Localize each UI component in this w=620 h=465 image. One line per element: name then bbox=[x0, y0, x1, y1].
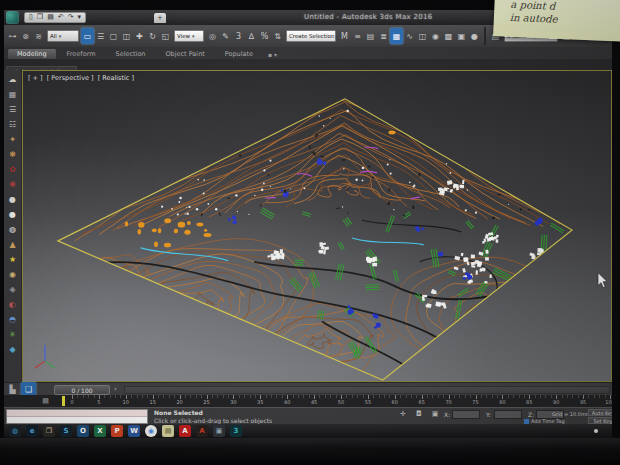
monitor-bezel-bottom bbox=[0, 438, 620, 465]
ribbon-tool-gem-icon[interactable]: ◆ bbox=[7, 344, 19, 356]
ribbon-tool-sphere-icon[interactable]: ● bbox=[7, 209, 19, 221]
ribbon-tool-disc-icon[interactable]: ◉ bbox=[7, 269, 19, 281]
mirror-button[interactable]: M bbox=[338, 28, 351, 44]
render-setup-button[interactable]: ▩ bbox=[442, 28, 455, 44]
taskbar-network-icon[interactable]: ◍ bbox=[9, 425, 21, 437]
render-production-button[interactable]: ● bbox=[468, 28, 481, 44]
viewport[interactable]: [ + ] [ Perspective ] [ Realistic ] bbox=[22, 70, 612, 382]
viewport-menu-general[interactable]: [ + ] bbox=[28, 74, 43, 82]
tab-populate[interactable]: Populate bbox=[216, 49, 262, 59]
taskbar-folder-icon[interactable]: ❐ bbox=[43, 425, 55, 437]
curve-editor-button[interactable]: ∿ bbox=[403, 28, 416, 44]
taskbar-acrobat-icon[interactable]: A bbox=[179, 425, 191, 437]
create-selection-set-dropdown[interactable]: Create Selection Se▾ bbox=[286, 30, 336, 42]
spinner-snap-toggle[interactable]: ⇅ bbox=[271, 28, 284, 44]
ribbon-tool-green-icon[interactable]: ✳ bbox=[7, 329, 19, 341]
taskbar-chrome-icon[interactable]: ◉ bbox=[145, 425, 157, 437]
ribbon-collapsed-panel[interactable]: Polygon Modeling bbox=[4, 59, 612, 70]
workspace-dropdown-icon[interactable]: ▾ bbox=[78, 13, 82, 22]
taskbar-word-icon[interactable]: W bbox=[128, 425, 140, 437]
ribbon-tool-flower-icon[interactable]: ✿ bbox=[7, 164, 19, 176]
y-coord-field[interactable] bbox=[494, 410, 522, 419]
maxscript-mini-listener[interactable] bbox=[6, 409, 148, 424]
tab-freeform[interactable]: Freeform bbox=[58, 49, 105, 59]
ribbon-tool-dome-icon[interactable]: ◓ bbox=[7, 314, 19, 326]
taskbar-notes-icon[interactable]: ▤ bbox=[162, 425, 174, 437]
select-object-button[interactable]: ▭ bbox=[81, 28, 94, 44]
taskbar-powerpoint-icon[interactable]: P bbox=[111, 425, 123, 437]
tab-modeling[interactable]: Modeling bbox=[8, 49, 56, 59]
ribbon-tool-circle-icon[interactable]: ◍ bbox=[7, 224, 19, 236]
time-slider-track[interactable] bbox=[124, 386, 610, 394]
ribbon-toggle-button[interactable]: ▦ bbox=[390, 28, 403, 44]
redo-icon[interactable]: ↷ bbox=[68, 13, 74, 22]
transform-typein-icons[interactable]: ✛ ◘ ▣ bbox=[400, 410, 442, 418]
save-file-icon[interactable]: ▤ bbox=[47, 13, 54, 22]
ribbon-tool-table-icon[interactable]: ☷ bbox=[7, 119, 19, 131]
taskbar-autodesk-icon[interactable]: A bbox=[196, 425, 208, 437]
next-frame-arrow-icon[interactable]: › bbox=[114, 385, 117, 393]
ribbon-tool-anchor-icon[interactable]: ✱ bbox=[7, 149, 19, 161]
taskbar-photos-icon[interactable]: ▣ bbox=[213, 425, 225, 437]
ribbon-tool-cone-icon[interactable]: ▲ bbox=[7, 239, 19, 251]
ribbon-tool-star-icon[interactable]: ★ bbox=[7, 254, 19, 266]
taskbar-excel-icon[interactable]: X bbox=[94, 425, 106, 437]
schematic-view-button[interactable]: ◫ bbox=[416, 28, 429, 44]
x-coord-field[interactable] bbox=[452, 410, 480, 419]
quick-access-extension[interactable]: + bbox=[154, 13, 166, 23]
tab-selection[interactable]: Selection bbox=[107, 49, 155, 59]
select-and-manipulate-button[interactable]: ✎ bbox=[219, 28, 232, 44]
listener-macro-row[interactable] bbox=[7, 410, 147, 417]
ribbon-tool-cloud-icon[interactable]: ☁ bbox=[7, 74, 19, 86]
use-pivot-center-button[interactable]: ◎ bbox=[206, 28, 219, 44]
selection-region-button[interactable]: ▢ bbox=[107, 28, 120, 44]
auto-key-button[interactable]: Auto Key bbox=[588, 409, 612, 416]
ribbon-tool-scatter-icon[interactable]: ❋ bbox=[7, 179, 19, 191]
select-and-rotate-button[interactable]: ↻ bbox=[146, 28, 159, 44]
mini-listener-icon[interactable]: ▤ bbox=[40, 396, 51, 406]
align-button[interactable]: ≡ bbox=[351, 28, 364, 44]
viewport-menu-pov[interactable]: [ Perspective ] bbox=[47, 74, 94, 82]
selection-filter-dropdown[interactable]: All▾ bbox=[47, 30, 79, 42]
trackbar-ruler[interactable]: 0510152025303540455055606570758085909510… bbox=[72, 395, 610, 407]
select-and-move-button[interactable]: ✚ bbox=[133, 28, 146, 44]
material-editor-button[interactable]: ◉ bbox=[429, 28, 442, 44]
viewport-menu-shading[interactable]: [ Realistic ] bbox=[98, 74, 134, 82]
snaps-toggle[interactable]: 3 bbox=[232, 28, 245, 44]
current-frame-marker[interactable] bbox=[62, 396, 65, 406]
angle-snap-toggle[interactable]: ∆ bbox=[245, 28, 258, 44]
ribbon-menu-icon[interactable]: ▪ ▾ bbox=[264, 50, 281, 59]
rendered-frame-button[interactable]: ▣ bbox=[455, 28, 468, 44]
ribbon-tool-list-icon[interactable]: ☰ bbox=[7, 104, 19, 116]
taskbar-skype-icon[interactable]: S bbox=[60, 425, 72, 437]
open-file-icon[interactable]: ❒ bbox=[37, 13, 43, 22]
new-scene-icon[interactable]: ▯ bbox=[29, 13, 33, 22]
ribbon-tool-blob-icon[interactable]: ● bbox=[7, 194, 19, 206]
ribbon-tool-layers-icon[interactable]: ◈ bbox=[7, 284, 19, 296]
bind-to-space-warp-icon[interactable]: ≋ bbox=[32, 28, 45, 44]
percent-snap-toggle[interactable]: % bbox=[258, 28, 271, 44]
taskbar-outlook-icon[interactable]: O bbox=[77, 425, 89, 437]
set-key-button[interactable]: Set Key bbox=[588, 417, 612, 424]
undo-icon[interactable]: ↶ bbox=[58, 13, 64, 22]
tab-object-paint[interactable]: Object Paint bbox=[157, 49, 214, 59]
unlink-selection-icon[interactable]: ⊗ bbox=[19, 28, 32, 44]
select-and-scale-button[interactable]: ◱ bbox=[159, 28, 172, 44]
ribbon-tool-grid-icon[interactable]: ▦ bbox=[7, 89, 19, 101]
taskbar-3dsmax-icon[interactable]: 3 bbox=[230, 425, 242, 437]
ribbon-tool-paint-icon[interactable]: ◐ bbox=[7, 299, 19, 311]
select-by-name-button[interactable]: ☰ bbox=[94, 28, 107, 44]
taskbar-notification-dot[interactable] bbox=[594, 429, 598, 433]
trackbar-tick bbox=[319, 395, 320, 398]
taskbar-ie-icon[interactable]: e bbox=[26, 425, 38, 437]
window-crossing-toggle[interactable]: ◫ bbox=[120, 28, 133, 44]
app-logo-icon[interactable] bbox=[6, 11, 19, 24]
ribbon-tool-hand-icon[interactable]: ✦ bbox=[7, 134, 19, 146]
select-and-link-icon[interactable]: ⊶ bbox=[6, 28, 19, 44]
scene-explorer-button[interactable]: ▤ bbox=[364, 28, 377, 44]
trackbar-tick bbox=[459, 395, 460, 398]
reference-coordinate-dropdown[interactable]: View▾ bbox=[174, 30, 204, 42]
manage-layers-button[interactable]: ≣ bbox=[377, 28, 390, 44]
prompt-line: Click or click-and-drag to select object… bbox=[154, 417, 272, 424]
time-slider-frame[interactable]: 0 / 100 bbox=[54, 385, 110, 395]
